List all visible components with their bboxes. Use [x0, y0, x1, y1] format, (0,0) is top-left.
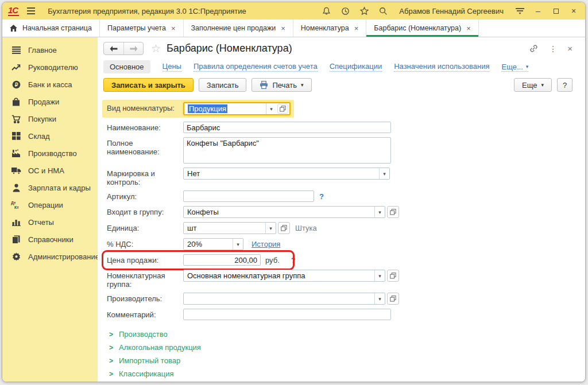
sidebar-item-spravochniki[interactable]: Справочники — [2, 231, 98, 248]
sidebar-item-prodazhi[interactable]: Продажи — [2, 93, 98, 110]
history-icon[interactable] — [340, 6, 350, 16]
help-button[interactable]: ? — [557, 78, 572, 92]
open-in-window-icon — [281, 225, 287, 231]
combo-value: Основная номенклатурная группа — [184, 271, 374, 280]
tab-label: Барбарис (Номенклатура) — [374, 24, 461, 32]
save-and-close-button[interactable]: Записать и закрыть — [103, 78, 194, 92]
help-question-icon[interactable]: ? — [319, 190, 324, 201]
tab-parametry-ucheta[interactable]: Параметры учета × — [100, 20, 184, 37]
nav-tab-osnovnoe[interactable]: Основное — [103, 60, 150, 73]
nom-group-combo[interactable]: Основная номенклатурная группа ▾ — [183, 270, 385, 282]
sidebar-item-operacii[interactable]: ДтКт Операции — [2, 196, 98, 213]
open-item-button[interactable] — [387, 270, 399, 282]
field-label: Комментарий: — [107, 309, 183, 319]
nav-link-naznacheniya[interactable]: Назначения использования — [394, 62, 489, 72]
print-button[interactable]: Печать ▾ — [252, 78, 311, 92]
field-row-unit: Единица: шт ▾ Штука — [107, 222, 585, 234]
unit-combo[interactable]: шт ▾ — [183, 222, 276, 234]
nav-more-link[interactable]: Еще... ▾ — [501, 63, 528, 72]
name-input[interactable] — [183, 122, 391, 133]
full-name-textarea[interactable]: Конфеты "Барбарис" — [183, 137, 391, 164]
get-link-icon[interactable] — [529, 44, 539, 53]
tab-close-icon[interactable]: × — [354, 24, 359, 33]
forward-button[interactable] — [123, 42, 143, 55]
tab-home[interactable]: Начальная страница — [2, 20, 100, 37]
sidebar-item-label: Операции — [28, 201, 63, 209]
field-row-name: Наименование: — [107, 122, 585, 133]
section-alkogolnaya-produkciya[interactable]: > Алкогольная продукция — [109, 341, 585, 354]
sidebar-item-bank-kassa[interactable]: ₽ Банк и касса — [2, 76, 98, 93]
sidebar-menu: Главное Руководителю ₽ Банк и касса Прод… — [2, 37, 98, 382]
service-settings-icon[interactable] — [514, 6, 525, 16]
kind-combo-focused: Продукция ▾ — [183, 102, 291, 115]
bag-icon — [11, 97, 21, 107]
open-item-button[interactable] — [278, 222, 290, 234]
sidebar-item-label: Руководителю — [28, 63, 78, 72]
sidebar-item-proizvodstvo[interactable]: Производство — [2, 145, 98, 162]
sidebar-item-rukovoditelyu[interactable]: Руководителю — [2, 59, 98, 76]
article-input[interactable] — [183, 190, 314, 202]
section-klassifikaciya[interactable]: > Классификация — [109, 367, 585, 380]
tab-label: Начальная страница — [22, 24, 92, 32]
marking-combo[interactable]: Нет ▾ — [183, 168, 390, 180]
tab-close-icon[interactable]: × — [171, 24, 176, 33]
field-label: Номенклатурная группа: — [107, 270, 183, 289]
section-importnyj-tovar[interactable]: > Импортный товар — [109, 354, 585, 367]
back-button[interactable] — [104, 42, 123, 55]
tab-nomenklatura[interactable]: Номенклатура × — [293, 20, 366, 37]
kind-combo-input[interactable]: Продукция ▾ — [184, 103, 276, 114]
nav-link-specifikacii[interactable]: Спецификации — [330, 62, 382, 72]
field-row-comment: Комментарий: — [107, 309, 585, 320]
manufacturer-combo[interactable]: ▾ — [183, 293, 385, 305]
form-more-menu-icon[interactable]: ⋮ — [549, 44, 557, 53]
main-menu-icon[interactable] — [26, 6, 36, 16]
dropdown-arrow-icon[interactable]: ▾ — [374, 207, 385, 217]
tab-barbaris-active[interactable]: Барбарис (Номенклатура) × — [366, 20, 478, 37]
favorite-star-icon[interactable]: ☆ — [151, 43, 161, 55]
field-row-manufacturer: Производитель: ▾ — [107, 293, 585, 305]
dropdown-arrow-icon[interactable]: ▾ — [374, 293, 385, 304]
dropdown-arrow-icon[interactable]: ▾ — [233, 239, 243, 250]
selected-text: Продукция — [188, 104, 227, 113]
dropdown-arrow-icon[interactable]: ▾ — [265, 223, 276, 234]
open-item-button[interactable] — [387, 206, 399, 218]
price-input[interactable] — [183, 254, 261, 266]
search-icon[interactable] — [378, 6, 388, 16]
dropdown-arrow-icon[interactable]: ▾ — [374, 270, 385, 281]
open-item-button[interactable] — [387, 293, 399, 305]
history-nav-buttons — [103, 42, 144, 55]
vat-history-link[interactable]: История — [252, 238, 280, 248]
notifications-bell-icon[interactable] — [321, 6, 331, 16]
sidebar-item-glavnoe[interactable]: Главное — [2, 41, 98, 59]
sidebar-item-otchety[interactable]: Отчеты — [2, 213, 98, 231]
window-close-button[interactable]: × — [569, 6, 578, 15]
nav-link-ceny[interactable]: Цены — [163, 62, 181, 72]
tab-close-icon[interactable]: × — [466, 24, 471, 33]
dropdown-arrow-icon[interactable]: ▾ — [266, 103, 276, 114]
more-actions-button[interactable]: Еще ▾ — [514, 78, 552, 92]
minimize-button[interactable]: – — [533, 6, 543, 15]
sidebar-item-sklad[interactable]: Склад — [2, 127, 98, 145]
maximize-button[interactable] — [551, 6, 560, 15]
help-question-icon[interactable]: ? — [291, 254, 296, 265]
comment-input[interactable] — [183, 309, 391, 320]
section-label: Производство — [119, 330, 168, 339]
sidebar-item-zarplata-kadry[interactable]: Зарплата и кадры — [2, 179, 98, 196]
sidebar-item-pokupki[interactable]: Покупки — [2, 110, 98, 127]
form-close-icon[interactable]: × — [567, 44, 572, 53]
open-in-window-icon — [280, 106, 286, 112]
user-name[interactable]: Абрамов Геннадий Сергеевич — [399, 7, 504, 15]
favorites-star-icon[interactable] — [359, 6, 369, 16]
dropdown-arrow-icon[interactable]: ▾ — [379, 168, 389, 179]
sidebar-item-administrirovanie[interactable]: Администрирование — [2, 248, 98, 265]
section-proizvodstvo[interactable]: > Производство — [109, 328, 585, 341]
tab-close-icon[interactable]: × — [281, 24, 285, 33]
group-combo[interactable]: Конфеты ▾ — [183, 206, 385, 218]
sidebar-item-os-nma[interactable]: ОС и НМА — [2, 162, 98, 179]
nav-link-pravila-schetov[interactable]: Правила определения счетов учета — [194, 62, 318, 72]
vat-combo[interactable]: 20% ▾ — [183, 238, 243, 250]
tab-zapolnenie-cen[interactable]: Заполнение цен продажи × — [184, 20, 293, 37]
section-label: Импортный товар — [119, 356, 180, 365]
open-item-button[interactable] — [277, 104, 288, 114]
save-button[interactable]: Записать — [199, 78, 247, 92]
